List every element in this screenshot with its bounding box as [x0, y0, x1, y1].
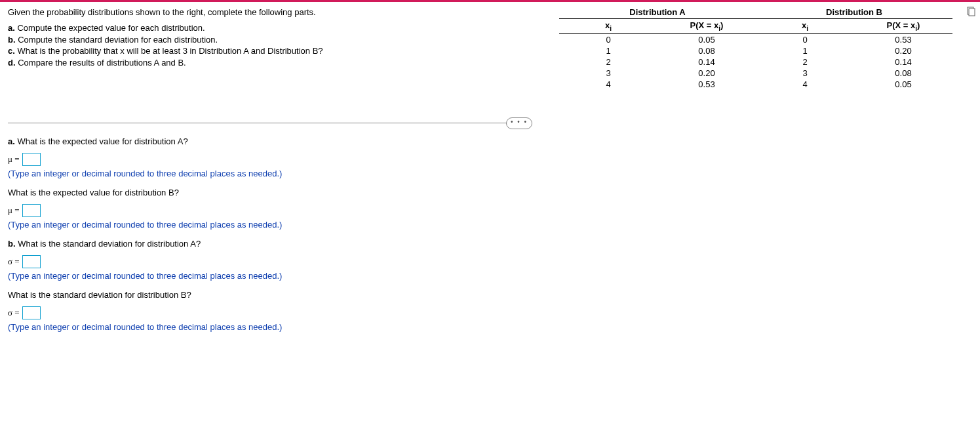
part-d: d. Compare the results of distributions …: [8, 57, 546, 69]
hint-text: (Type an integer or decimal rounded to t…: [8, 271, 972, 281]
sigma-symbol: σ =: [8, 256, 20, 267]
mu-symbol: μ =: [8, 205, 20, 216]
section-divider: • • •: [8, 123, 519, 123]
expected-value-b-input[interactable]: [22, 204, 41, 217]
expected-value-a-input[interactable]: [22, 153, 41, 166]
part-c: c. What is the probability that x will b…: [8, 45, 546, 57]
sigma-symbol: σ =: [8, 308, 20, 318]
table-row: 40.05: [756, 79, 952, 90]
part-a: a. Compute the expected value for each d…: [8, 22, 546, 34]
question-a-expected-a: a. What is the expected value for distri…: [8, 136, 972, 146]
question-b-stddev-a: b. What is the standard deviation for di…: [8, 239, 972, 249]
distribution-b-table: Distribution B xi P(X = xi) 00.53 10.20 …: [756, 7, 952, 90]
table-row: 20.14: [756, 56, 952, 68]
table-row: 10.08: [559, 45, 756, 56]
dist-b-col-p: P(X = xi): [854, 19, 952, 34]
intro-text: Given the probability distributions show…: [8, 7, 546, 17]
dist-a-col-p: P(X = xi): [657, 19, 756, 34]
table-row: 30.08: [756, 68, 952, 79]
copy-icon[interactable]: [966, 7, 976, 17]
problem-statement: Given the probability distributions show…: [8, 7, 559, 90]
dist-b-title: Distribution B: [756, 7, 952, 18]
table-row: 00.53: [756, 33, 952, 45]
table-row: 40.53: [559, 79, 756, 90]
stddev-a-input[interactable]: [22, 255, 41, 268]
svg-rect-1: [969, 9, 975, 16]
table-row: 10.20: [756, 45, 952, 56]
expand-dots-button[interactable]: • • •: [506, 117, 532, 129]
table-row: 20.14: [559, 56, 756, 68]
dist-b-col-x: xi: [756, 19, 854, 34]
hint-text: (Type an integer or decimal rounded to t…: [8, 169, 972, 178]
hint-text: (Type an integer or decimal rounded to t…: [8, 220, 972, 230]
distribution-a-table: Distribution A xi P(X = xi) 00.05 10.08 …: [559, 7, 756, 90]
dist-a-col-x: xi: [559, 19, 657, 34]
mu-symbol: μ =: [8, 154, 20, 165]
stddev-b-input[interactable]: [22, 306, 41, 319]
table-row: 30.20: [559, 68, 756, 79]
table-row: 00.05: [559, 33, 756, 45]
hint-text: (Type an integer or decimal rounded to t…: [8, 322, 972, 332]
question-a-expected-b: What is the expected value for distribut…: [8, 188, 972, 197]
part-b: b. Compute the standard deviation for ea…: [8, 34, 546, 46]
dist-a-title: Distribution A: [559, 7, 756, 18]
question-b-stddev-b: What is the standard deviation for distr…: [8, 290, 972, 300]
